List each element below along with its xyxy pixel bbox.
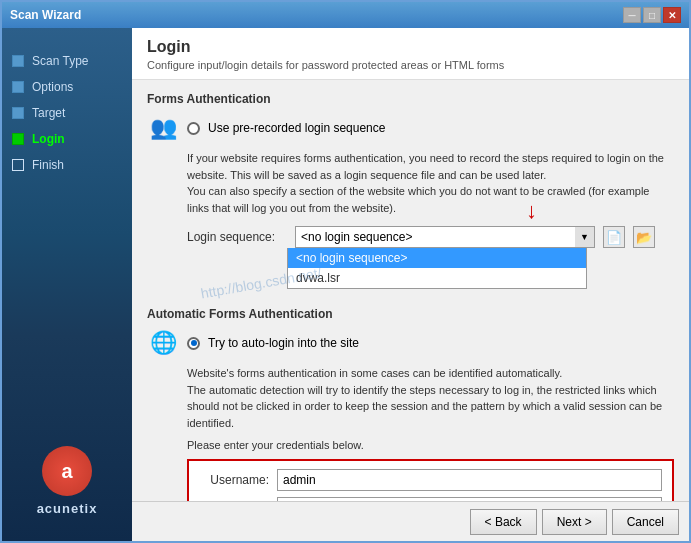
sidebar-item-finish[interactable]: Finish [2,152,132,178]
login-sequence-row: Login sequence: ↓ <no login sequence> dv… [147,226,674,248]
dropdown-arrow-icon[interactable]: ▼ [575,226,595,248]
page-header: Login Configure input/login details for … [132,28,689,80]
step-indicator-scan-type [12,55,24,67]
pre-recorded-option: 👥 Use pre-recorded login sequence [147,114,674,142]
sidebar-label-options: Options [32,80,73,94]
username-label: Username: [199,473,269,487]
auto-forms-title: Automatic Forms Authentication [147,307,674,321]
credentials-prompt: Please enter your credentials below. [147,439,674,451]
back-button[interactable]: < Back [470,509,537,535]
forms-auth-title: Forms Authentication [147,92,674,106]
step-indicator-login [12,133,24,145]
login-sequence-label: Login sequence: [187,230,287,244]
page-title: Login [147,38,674,56]
main-panel: Login Configure input/login details for … [132,28,689,541]
login-sequence-wrapper: ↓ <no login sequence> dvwa.lsr ▼ [295,226,595,248]
sidebar: Scan Type Options Target Login Finish [2,28,132,541]
auto-forms-description: Website's forms authentication in some c… [147,365,674,431]
acunetix-icon: a [42,446,92,496]
sidebar-label-login: Login [32,132,65,146]
username-input[interactable] [277,469,662,491]
forms-auth-description: If your website requires forms authentic… [147,150,674,216]
people-icon: 👥 [147,114,179,142]
maximize-button[interactable]: □ [643,7,661,23]
pre-recorded-radio[interactable] [187,122,200,135]
dropdown-item-dvwa[interactable]: dvwa.lsr [288,268,586,288]
sidebar-item-target[interactable]: Target [2,100,132,126]
new-sequence-button[interactable]: 📄 [603,226,625,248]
window-title: Scan Wizard [10,8,81,22]
sidebar-item-options[interactable]: Options [2,74,132,100]
sidebar-label-finish: Finish [32,158,64,172]
minimize-button[interactable]: ─ [623,7,641,23]
scan-wizard-window: Scan Wizard ─ □ ✕ Scan Type Options Targ [0,0,691,543]
step-indicator-options [12,81,24,93]
acunetix-brand-text: acunetix [12,501,122,516]
title-bar-buttons: ─ □ ✕ [623,7,681,23]
page-subtitle: Configure input/login details for passwo… [147,59,674,71]
login-sequence-select[interactable]: <no login sequence> dvwa.lsr [295,226,595,248]
globe-icon: 🌐 [147,329,179,357]
next-button[interactable]: Next > [542,509,607,535]
forms-auth-section: Forms Authentication 👥 Use pre-recorded … [147,92,674,289]
auto-login-radio[interactable] [187,337,200,350]
auto-login-option: 🌐 Try to auto-login into the site [147,329,674,357]
sidebar-label-target: Target [32,106,65,120]
page-body: Forms Authentication 👥 Use pre-recorded … [132,80,689,501]
pre-recorded-label: Use pre-recorded login sequence [208,121,385,135]
open-sequence-button[interactable]: 📂 [633,226,655,248]
red-arrow-icon: ↓ [526,198,537,224]
login-sequence-dropdown: <no login sequence> dvwa.lsr [287,248,587,289]
main-content: Scan Type Options Target Login Finish [2,28,689,541]
credentials-box: Username: Password: [187,459,674,501]
sidebar-label-scan-type: Scan Type [32,54,88,68]
sidebar-item-scan-type[interactable]: Scan Type [2,48,132,74]
sidebar-nav: Scan Type Options Target Login Finish [2,38,132,178]
title-bar: Scan Wizard ─ □ ✕ [2,2,689,28]
auto-login-label: Try to auto-login into the site [208,336,359,350]
step-indicator-finish [12,159,24,171]
dropdown-item-no-sequence[interactable]: <no login sequence> [288,248,586,268]
bottom-bar: < Back Next > Cancel [132,501,689,541]
auto-forms-section: Automatic Forms Authentication 🌐 Try to … [147,307,674,501]
close-button[interactable]: ✕ [663,7,681,23]
sidebar-item-login[interactable]: Login [2,126,132,152]
username-row: Username: [199,469,662,491]
acunetix-logo: a acunetix [2,431,132,531]
cancel-button[interactable]: Cancel [612,509,679,535]
step-indicator-target [12,107,24,119]
